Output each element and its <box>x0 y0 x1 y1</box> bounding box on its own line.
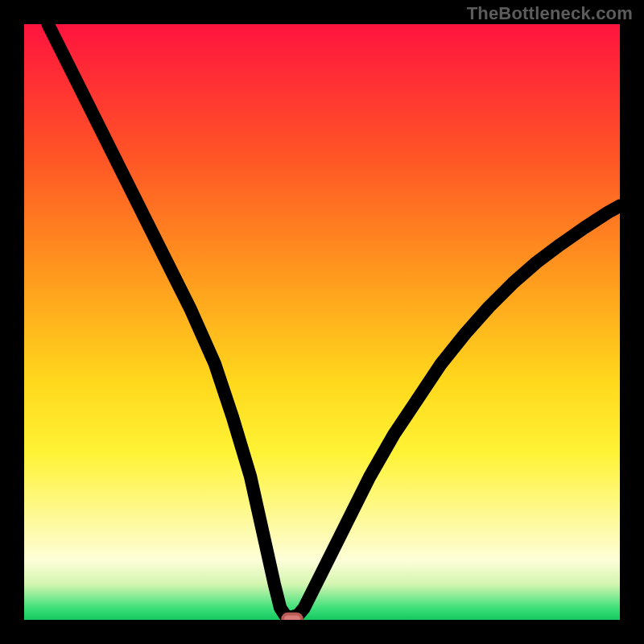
plot-svg <box>24 24 620 620</box>
plot-area <box>24 24 620 620</box>
bottleneck-curve <box>48 24 620 617</box>
chart-frame: TheBottleneck.com <box>0 0 644 644</box>
watermark-text: TheBottleneck.com <box>467 3 633 24</box>
minimum-marker <box>283 614 302 620</box>
